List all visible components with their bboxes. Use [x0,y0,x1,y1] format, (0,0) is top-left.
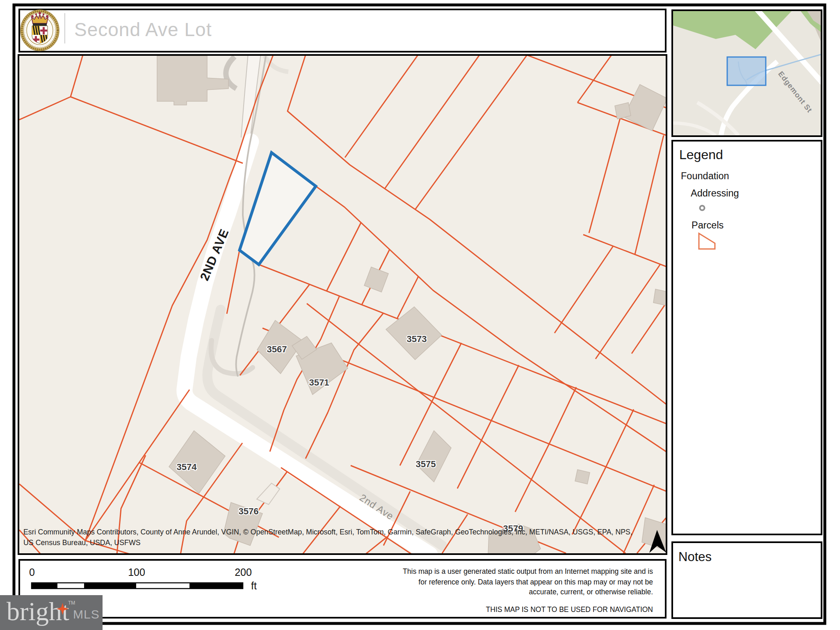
svg-text:3576: 3576 [239,506,259,516]
svg-text:ft: ft [251,580,257,591]
svg-text:3574: 3574 [177,462,197,472]
svg-text:100: 100 [128,566,145,578]
svg-text:MLS: MLS [73,607,100,621]
svg-text:200: 200 [235,566,252,578]
svg-text:Parcels: Parcels [692,220,724,231]
svg-text:3571: 3571 [309,377,329,388]
svg-text:Esri Community Maps Contributo: Esri Community Maps Contributors, County… [23,528,632,536]
svg-text:Addressing: Addressing [691,188,739,199]
svg-text:Foundation: Foundation [681,171,729,181]
svg-text:3575: 3575 [416,459,436,469]
svg-text:Second Ave Lot: Second Ave Lot [74,19,212,40]
svg-text:3567: 3567 [267,344,287,354]
svg-text:bright: bright [7,597,69,626]
svg-text:3573: 3573 [407,334,427,344]
svg-text:THIS MAP IS NOT TO BE USED FOR: THIS MAP IS NOT TO BE USED FOR NAVIGATIO… [486,605,653,614]
svg-text:for reference only. Data layer: for reference only. Data layers that app… [418,578,653,586]
svg-text:This map is a user generated s: This map is a user generated static outp… [403,567,653,575]
svg-text:Legend: Legend [679,147,723,162]
svg-text:0: 0 [29,566,35,578]
svg-text:accurate, current, or otherwis: accurate, current, or otherwise reliable… [529,588,653,596]
svg-text:TM: TM [68,600,75,606]
svg-text:US Census Bureau, USDA, USFWS: US Census Bureau, USDA, USFWS [23,539,141,547]
svg-text:Notes: Notes [678,550,712,564]
